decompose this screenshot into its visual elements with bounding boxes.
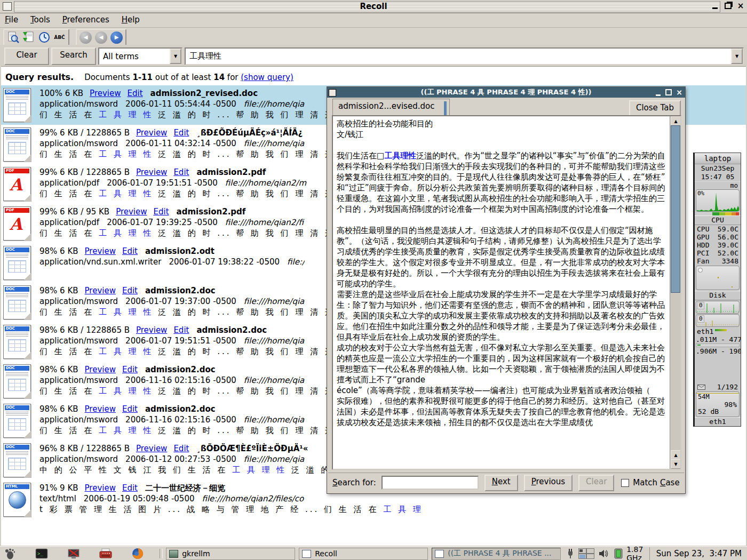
edit-link[interactable]: Edit bbox=[122, 246, 138, 256]
scroll-up-icon[interactable]: ▲ bbox=[671, 450, 681, 460]
taskbar-clock[interactable]: Sun Sep 23, 3:47 PM bbox=[649, 547, 747, 560]
result-title: admission2.odt bbox=[145, 246, 214, 256]
show-query-link[interactable]: (show query) bbox=[241, 73, 293, 82]
main-titlebar: Recoll × bbox=[0, 0, 747, 13]
preview-link[interactable]: Preview bbox=[85, 404, 116, 414]
preview-link[interactable]: Preview bbox=[116, 207, 147, 217]
taskbar-window-button[interactable]: Recoll bbox=[299, 548, 428, 560]
preview-minimize-button[interactable] bbox=[654, 88, 662, 97]
preview-link[interactable]: Preview bbox=[85, 365, 116, 374]
result-mime: application/vnd.sun.xml.writer bbox=[39, 257, 161, 267]
minimize-button[interactable] bbox=[711, 2, 719, 10]
taskbar-window-button[interactable]: gkrellm bbox=[166, 548, 295, 560]
result-url: file:///home/qia bbox=[244, 297, 305, 306]
cpu-frequency-value[interactable]: 1.87 GHz bbox=[626, 545, 644, 560]
gnome-foot-icon[interactable] bbox=[3, 548, 16, 559]
search-for-label: Search for: bbox=[332, 478, 376, 487]
header-pre: Documents bbox=[84, 73, 132, 82]
chevron-down-icon[interactable]: ▼ bbox=[170, 49, 181, 64]
result-mime: application/pdf bbox=[39, 178, 99, 188]
sort-document-icon[interactable] bbox=[21, 31, 36, 44]
nav-back-icon[interactable]: ◀ bbox=[94, 31, 108, 44]
edit-link[interactable]: Edit bbox=[122, 365, 138, 374]
preview-link[interactable]: Preview bbox=[136, 128, 167, 138]
mail-row[interactable]: 1/192 bbox=[695, 383, 741, 391]
edit-link[interactable]: Edit bbox=[173, 167, 189, 177]
preview-link[interactable]: Preview bbox=[85, 483, 116, 493]
preview-scrollbar[interactable]: ▲ ▲ ▼ bbox=[670, 116, 680, 469]
terminal-icon[interactable]: >_ bbox=[35, 548, 48, 559]
window-icon bbox=[302, 550, 311, 558]
edit-link[interactable]: Edit bbox=[173, 444, 189, 453]
cpu-frequency-icon[interactable] bbox=[614, 548, 623, 559]
gkrellm-hostname[interactable]: laptop bbox=[695, 153, 741, 164]
edit-link[interactable]: Edit bbox=[173, 325, 189, 335]
snippet-highlight: 工 具 理 bbox=[383, 505, 423, 514]
close-button[interactable]: × bbox=[736, 2, 745, 10]
spellcheck-icon[interactable]: ÅBĈ bbox=[52, 31, 67, 44]
preview-link[interactable]: Preview bbox=[85, 286, 116, 295]
lock-screen-icon[interactable] bbox=[67, 548, 80, 559]
menu-help[interactable]: Help bbox=[117, 14, 145, 26]
typewriter-icon[interactable] bbox=[99, 548, 112, 559]
preview-link[interactable]: Preview bbox=[136, 444, 167, 453]
edit-link[interactable]: Edit bbox=[122, 404, 138, 414]
clear-button[interactable]: Clear bbox=[4, 47, 49, 65]
edit-link[interactable]: Edit bbox=[173, 128, 189, 138]
preview-link[interactable]: Preview bbox=[90, 89, 121, 98]
wifi-quality: 98% bbox=[725, 401, 737, 409]
search-button[interactable]: Search bbox=[51, 47, 96, 65]
preview-maximize-button[interactable] bbox=[665, 88, 672, 97]
edit-link[interactable]: Edit bbox=[122, 286, 138, 295]
preview-tab[interactable]: admission2...evised.doc bbox=[332, 99, 450, 115]
taskbar-window-button[interactable]: ((工 PHRASE 4 具 PHRASE ... bbox=[432, 548, 561, 560]
match-case-option[interactable]: Match Case bbox=[621, 478, 679, 487]
firefox-icon[interactable] bbox=[131, 548, 144, 559]
result-title: admission2_revised.doc bbox=[150, 89, 258, 98]
scroll-up-icon[interactable]: ▲ bbox=[671, 116, 681, 126]
workspace-pager-icon[interactable] bbox=[578, 548, 594, 559]
net-stat-line1: .011M - 477 bbox=[695, 335, 741, 343]
preview-link[interactable]: Preview bbox=[136, 167, 167, 177]
preview-link[interactable]: Preview bbox=[85, 246, 116, 256]
globe-icon bbox=[9, 491, 26, 509]
edit-link[interactable]: Edit bbox=[127, 89, 142, 98]
edit-link[interactable]: Edit bbox=[122, 483, 138, 493]
preview-window-menu-button[interactable] bbox=[329, 89, 336, 97]
tab-accent-bar bbox=[444, 101, 447, 115]
maximize-button[interactable] bbox=[724, 2, 732, 10]
power-plug-icon[interactable] bbox=[567, 548, 574, 559]
find-next-button[interactable]: Next bbox=[484, 475, 518, 491]
close-tab-button[interactable]: Close Tab bbox=[629, 100, 681, 117]
search-input[interactable]: 工具理性 ▼ bbox=[185, 47, 744, 65]
toolbar-group-main: ÅBĈ bbox=[3, 29, 69, 46]
preview-link[interactable]: Preview bbox=[136, 325, 167, 335]
menu-preferences[interactable]: Preferences bbox=[58, 14, 114, 26]
chevron-down-icon[interactable]: ▼ bbox=[731, 49, 743, 64]
find-previous-button[interactable]: Previous bbox=[524, 475, 573, 491]
nav-forward-icon[interactable]: ▶ bbox=[109, 31, 124, 44]
file-type-icon: DOC bbox=[3, 325, 37, 359]
find-input[interactable] bbox=[382, 476, 479, 490]
preview-close-button[interactable]: × bbox=[676, 88, 683, 97]
scroll-down-icon[interactable]: ▼ bbox=[671, 459, 681, 469]
history-clock-icon[interactable] bbox=[37, 31, 51, 44]
preview-titlebar[interactable]: ((工 PHRASE 4 具 PHRASE 4 理 PHRASE 4 性)) × bbox=[327, 87, 685, 98]
gkrellm-spacer bbox=[695, 355, 741, 383]
system-tray: 1.87 GHz Sun Sep 23, 3:47 PM bbox=[565, 545, 747, 560]
search-mode-select[interactable]: All terms ▼ bbox=[98, 47, 182, 65]
nav-first-icon[interactable]: ◀ bbox=[78, 31, 93, 44]
scrollbar-thumb[interactable] bbox=[671, 125, 680, 293]
speaker-icon[interactable] bbox=[599, 549, 609, 558]
snippet-highlight: 工 具 理 性 bbox=[99, 228, 153, 238]
result-relevance-size: 99% 6 KB / 1228865 B bbox=[39, 167, 130, 177]
menu-file[interactable]: File bbox=[0, 14, 23, 26]
match-case-checkbox[interactable] bbox=[621, 479, 629, 487]
doc-file-icon: DOC bbox=[3, 325, 31, 359]
document-preview-icon[interactable] bbox=[6, 31, 20, 44]
eth-slider-row[interactable]: eth1 bbox=[695, 327, 741, 335]
file-type-icon: DOC bbox=[3, 88, 37, 122]
menu-tools[interactable]: Tools bbox=[26, 14, 55, 26]
edit-link[interactable]: Edit bbox=[154, 207, 169, 217]
find-clear-button[interactable]: Clear bbox=[578, 475, 614, 491]
